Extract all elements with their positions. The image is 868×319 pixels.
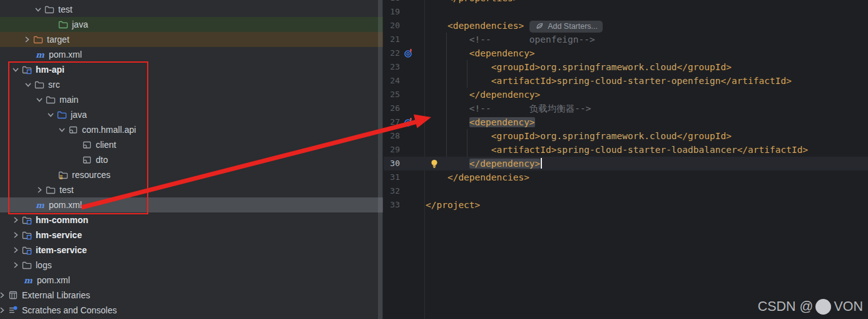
tree-item-resources[interactable]: resources	[0, 167, 383, 182]
chevron-right-icon[interactable]	[21, 34, 33, 45]
line-number: 27	[384, 115, 400, 129]
code-segment-plain	[426, 117, 469, 127]
line-number: 28	[384, 129, 400, 143]
project-tree: testjavatargetmpom.xmlhm-apisrcmainjavac…	[0, 2, 383, 318]
code-segment-text: spring-cloud-starter-loadbalancer	[557, 145, 737, 155]
tree-item-pom-xml[interactable]: mpom.xml	[0, 197, 383, 212]
add-starters-label: Add Starters...	[548, 19, 598, 33]
code-segment-tag: <dependency>	[469, 117, 535, 127]
tree-item-hm-service[interactable]: hm-service	[0, 227, 383, 243]
tree-item-pom-xml[interactable]: mpom.xml	[0, 47, 383, 62]
tree-item-item-service[interactable]: item-service	[0, 243, 383, 258]
code-segment-plain	[426, 131, 491, 141]
chevron-down-icon[interactable]	[45, 109, 56, 120]
code-line-21[interactable]: 21 <!-- openfeign-->	[384, 33, 868, 46]
tree-item-main[interactable]: main	[0, 92, 383, 107]
tree-item-label: pom.xml	[49, 197, 82, 212]
spring-bean-icon[interactable]	[403, 117, 414, 127]
tree-item-scratches-and-consoles[interactable]: Scratches and Consoles	[0, 303, 383, 318]
panel-splitter[interactable]	[378, 0, 382, 319]
tree-item-java[interactable]: java	[0, 107, 383, 122]
code-line-22[interactable]: 22 <dependency>	[384, 46, 868, 60]
code-segment-text: org.springframework.cloud	[540, 62, 677, 72]
code-area[interactable]: 18 </properties>1920 <dependencies>Add S…	[384, 0, 868, 212]
external-libraries-icon	[8, 290, 19, 301]
chevron-right-icon[interactable]	[34, 184, 45, 196]
code-line-28[interactable]: 28 <groupId>org.springframework.cloud</g…	[384, 129, 868, 143]
chevron-right-icon[interactable]	[10, 259, 21, 271]
code-line-26[interactable]: 26 <!-- 负载均衡器-->	[384, 102, 868, 115]
folder-resources-icon	[58, 169, 69, 180]
chevron-right-icon[interactable]	[0, 290, 8, 301]
tree-item-java[interactable]: java	[0, 17, 383, 32]
editor-pane[interactable]: 18 </properties>1920 <dependencies>Add S…	[384, 0, 868, 319]
chevron-spacer	[11, 275, 23, 286]
chevron-down-icon[interactable]	[33, 4, 44, 15]
code-segment-tag: </dependency>	[426, 90, 540, 100]
code-line-32[interactable]: 32	[384, 184, 868, 198]
package-icon	[81, 139, 93, 150]
code-text: <!-- openfeign-->	[426, 33, 595, 46]
code-line-33[interactable]: 33</project>	[384, 198, 868, 212]
chevron-down-icon[interactable]	[34, 94, 45, 105]
code-line-29[interactable]: 29 <artifactId>spring-cloud-starter-load…	[384, 143, 868, 157]
chevron-right-icon[interactable]	[0, 305, 8, 316]
tree-item-com-hmall-api[interactable]: com.hmall.api	[0, 122, 383, 137]
tree-item-dto[interactable]: dto	[0, 152, 383, 167]
folder-module-icon	[21, 244, 33, 256]
tree-item-hm-common[interactable]: hm-common	[0, 212, 383, 227]
line-number: 19	[384, 5, 400, 19]
code-segment-tag: </project>	[426, 200, 480, 210]
code-text: </dependency>	[426, 157, 542, 170]
chevron-down-icon[interactable]	[10, 64, 21, 75]
code-segment-plain	[426, 145, 491, 155]
tree-item-external-libraries[interactable]: External Libraries	[0, 288, 383, 303]
tree-item-label: pom.xml	[49, 47, 82, 62]
chevron-down-icon[interactable]	[23, 79, 34, 90]
chevron-spacer	[46, 169, 58, 180]
chevron-right-icon[interactable]	[10, 244, 21, 256]
tree-item-target[interactable]: target	[0, 32, 383, 47]
line-number: 21	[384, 33, 400, 46]
tree-item-client[interactable]: client	[0, 137, 383, 152]
tree-item-test[interactable]: test	[0, 2, 383, 17]
tree-item-pom-xml[interactable]: mpom.xml	[0, 273, 383, 288]
add-starters-button[interactable]: Add Starters...	[529, 21, 603, 33]
code-line-19[interactable]: 19	[384, 5, 868, 19]
maven-icon: m	[34, 199, 46, 211]
tree-item-label: com.hmall.api	[82, 122, 136, 137]
folder-green-icon	[58, 19, 69, 30]
chevron-down-icon[interactable]	[56, 124, 68, 135]
code-segment-text: spring-cloud-starter-openfeign	[557, 76, 721, 86]
line-number: 23	[384, 60, 400, 74]
code-line-27[interactable]: 27 <dependency>	[384, 115, 868, 129]
code-segment-plain	[426, 76, 491, 86]
code-segment-comment: <!-- openfeign-->	[426, 34, 595, 44]
code-segment-tag: <artifactId>	[491, 76, 557, 86]
code-line-20[interactable]: 20 <dependencies>Add Starters...	[384, 19, 868, 33]
code-line-31[interactable]: 31 </dependencies>	[384, 170, 868, 184]
tree-item-hm-api[interactable]: hm-api	[0, 62, 383, 77]
code-text: </dependency>	[426, 88, 540, 102]
tree-item-src[interactable]: src	[0, 77, 383, 92]
tree-item-label: External Libraries	[22, 288, 90, 303]
code-line-23[interactable]: 23 <groupId>org.springframework.cloud</g…	[384, 60, 868, 74]
chevron-spacer	[70, 154, 81, 165]
code-text: </dependencies>	[426, 170, 529, 184]
spring-bean-icon[interactable]	[403, 48, 414, 58]
code-segment-tag: </artifactId>	[737, 145, 809, 155]
code-segment-tag: </properties>	[426, 0, 518, 3]
code-line-24[interactable]: 24 <artifactId>spring-cloud-starter-open…	[384, 74, 868, 88]
tree-item-label: java	[72, 17, 88, 32]
spring-leaf-icon	[534, 21, 544, 31]
chevron-right-icon[interactable]	[10, 229, 21, 241]
code-segment-tag: </artifactId>	[720, 76, 792, 86]
chevron-right-icon[interactable]	[10, 214, 21, 226]
code-segment-tag: <groupId>	[491, 131, 541, 141]
tree-item-label: main	[59, 92, 78, 107]
tree-item-test[interactable]: test	[0, 182, 383, 197]
code-line-30[interactable]: 30 </dependency>	[384, 157, 868, 170]
code-line-18[interactable]: 18 </properties>	[384, 0, 868, 5]
code-line-25[interactable]: 25 </dependency>	[384, 88, 868, 102]
tree-item-logs[interactable]: logs	[0, 258, 383, 273]
